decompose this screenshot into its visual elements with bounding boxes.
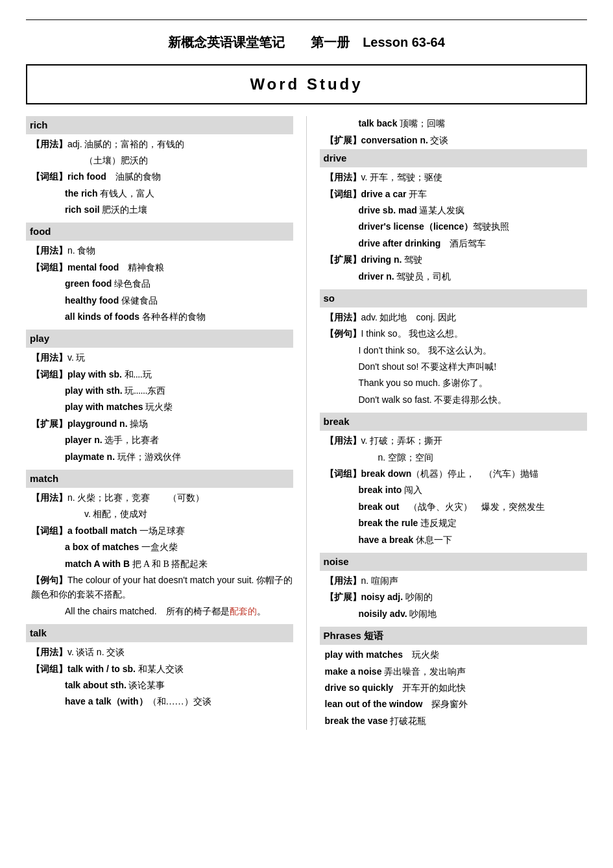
drive-group2: drive sb. mad 逼某人发疯 [320, 203, 588, 218]
right-column: talk back 顶嘴；回嘴 【扩展】conversation n. 交谈 d… [307, 116, 588, 730]
rich-usage: 【用法】adj. 油腻的；富裕的，有钱的 [26, 137, 293, 152]
noise-usage: 【用法】n. 喧闹声 [320, 573, 588, 588]
so-example2: I don't think so。 我不这么认为。 [320, 343, 588, 358]
break-group2: break into 闯入 [320, 483, 588, 498]
phrase3: drive so quickly 开车开的如此快 [320, 681, 588, 695]
talk-group3: have a talk（with）（和……）交谈 [26, 694, 293, 709]
section-noise: noise 【用法】n. 喧闹声 【扩展】noisy adj. 吵闹的 nois… [320, 553, 588, 621]
page-title: 新概念英语课堂笔记 第一册 Lesson 63-64 [26, 32, 587, 53]
word-study-box: Word Study [26, 64, 587, 104]
talk-group1: 【词组】talk with / to sb. 和某人交谈 [26, 662, 293, 677]
match-usage2: v. 相配，使成对 [26, 507, 293, 522]
play-usage: 【用法】v. 玩 [26, 350, 293, 365]
food-group4: all kinds of foods 各种各样的食物 [26, 309, 293, 324]
rich-group1: 【词组】rich food 油腻的食物 [26, 169, 293, 184]
break-group4: break the rule 违反规定 [320, 516, 588, 531]
play-group3: play with matches 玩火柴 [26, 400, 293, 415]
rich-group2: the rich 有钱人，富人 [26, 186, 293, 201]
section-so: so 【用法】adv. 如此地 conj. 因此 【例句】I think so。… [320, 289, 588, 407]
talk-group2: talk about sth. 谈论某事 [26, 678, 293, 693]
play-expand2: player n. 选手，比赛者 [26, 433, 293, 448]
word-rich: rich [26, 116, 293, 134]
match-example1: 【例句】The colour of your hat doesn't match… [26, 573, 293, 603]
break-usage2: n. 空隙；空间 [320, 450, 588, 465]
main-columns: rich 【用法】adj. 油腻的；富裕的，有钱的 （土壤）肥沃的 【词组】ri… [26, 116, 587, 730]
so-example5: Don't walk so fast. 不要走得那么快。 [320, 392, 588, 407]
drive-expand2: driver n. 驾驶员，司机 [320, 269, 588, 284]
talk-back: talk back 顶嘴；回嘴 [320, 116, 588, 131]
talk-expand: 【扩展】conversation n. 交谈 [320, 133, 588, 148]
food-group2: green food 绿色食品 [26, 276, 293, 291]
section-play: play 【用法】v. 玩 【词组】play with sb. 和....玩 p… [26, 330, 293, 464]
so-example4: Thank you so much. 多谢你了。 [320, 376, 588, 391]
play-expand3: playmate n. 玩伴；游戏伙伴 [26, 450, 293, 464]
play-group1: 【词组】play with sb. 和....玩 [26, 367, 293, 382]
drive-group1: 【词组】drive a car 开车 [320, 187, 588, 202]
rich-group3: rich soil 肥沃的土壤 [26, 202, 293, 217]
word-talk: talk [26, 624, 293, 642]
break-usage: 【用法】v. 打破；弄坏；撕开 [320, 433, 588, 448]
food-usage: 【用法】n. 食物 [26, 243, 293, 258]
match-example2: All the chairs matched. 所有的椅子都是配套的。 [26, 604, 293, 619]
top-divider [26, 19, 587, 20]
noise-expand1: 【扩展】noisy adj. 吵闹的 [320, 590, 588, 605]
match-usage: 【用法】n. 火柴；比赛，竞赛 （可数） [26, 490, 293, 505]
word-drive: drive [320, 149, 588, 167]
food-group3: healthy food 保健食品 [26, 293, 293, 308]
phrase5: break the vase 打破花瓶 [320, 714, 588, 729]
so-usage: 【用法】adv. 如此地 conj. 因此 [320, 310, 588, 325]
word-break: break [320, 413, 588, 431]
match-group2: a box of matches 一盒火柴 [26, 540, 293, 555]
section-match: match 【用法】n. 火柴；比赛，竞赛 （可数） v. 相配，使成对 【词组… [26, 470, 293, 619]
section-rich: rich 【用法】adj. 油腻的；富裕的，有钱的 （土壤）肥沃的 【词组】ri… [26, 116, 293, 217]
section-break: break 【用法】v. 打破；弄坏；撕开 n. 空隙；空间 【词组】break… [320, 413, 588, 548]
left-column: rich 【用法】adj. 油腻的；富裕的，有钱的 （土壤）肥沃的 【词组】ri… [26, 116, 307, 730]
match-group3: match A with B 把 A 和 B 搭配起来 [26, 557, 293, 572]
noise-expand2: noisily adv. 吵闹地 [320, 607, 588, 621]
word-study-heading: Word Study [27, 72, 586, 97]
break-group5: have a break 休息一下 [320, 533, 588, 548]
drive-usage: 【用法】v. 开车，驾驶；驱使 [320, 170, 588, 185]
food-group1: 【词组】mental food 精神食粮 [26, 260, 293, 275]
section-food: food 【用法】n. 食物 【词组】mental food 精神食粮 gree… [26, 223, 293, 324]
word-play: play [26, 330, 293, 348]
so-example3: Don't shout so! 不要这样大声叫喊! [320, 359, 588, 374]
drive-group3: driver's license（licence）驾驶执照 [320, 219, 588, 234]
word-noise: noise [320, 553, 588, 571]
break-group3: break out （战争、火灾） 爆发，突然发生 [320, 500, 588, 514]
drive-expand1: 【扩展】driving n. 驾驶 [320, 252, 588, 267]
drive-group4: drive after drinking 酒后驾车 [320, 236, 588, 251]
word-food: food [26, 223, 293, 241]
play-expand1: 【扩展】playground n. 操场 [26, 416, 293, 431]
talk-usage: 【用法】v. 谈话 n. 交谈 [26, 645, 293, 660]
break-group1: 【词组】break down（机器）停止， （汽车）抛锚 [320, 466, 588, 481]
play-group2: play with sth. 玩......东西 [26, 383, 293, 398]
phrase4: lean out of the window 探身窗外 [320, 697, 588, 712]
phrases-header: Phrases 短语 [320, 627, 588, 645]
phrase1: play with matches 玩火柴 [320, 647, 588, 662]
section-talk: talk 【用法】v. 谈话 n. 交谈 【词组】talk with / to … [26, 624, 293, 710]
phrase2: make a noise 弄出噪音，发出响声 [320, 664, 588, 679]
section-phrases: Phrases 短语 play with matches 玩火柴 make a … [320, 627, 588, 729]
word-so: so [320, 289, 588, 307]
rich-usage2: （土壤）肥沃的 [26, 154, 293, 168]
word-match: match [26, 470, 293, 488]
match-group1: 【词组】a football match 一场足球赛 [26, 524, 293, 538]
section-drive: drive 【用法】v. 开车，驾驶；驱使 【词组】drive a car 开车… [320, 149, 588, 284]
so-example1: 【例句】I think so。 我也这么想。 [320, 326, 588, 341]
